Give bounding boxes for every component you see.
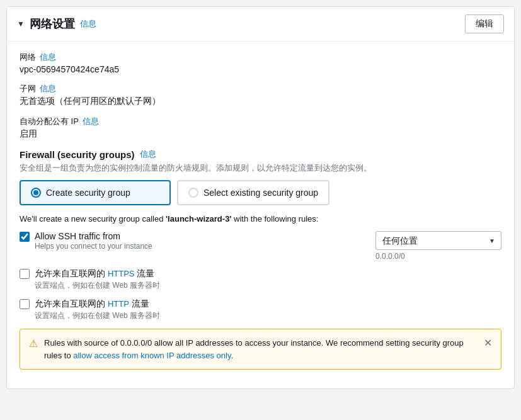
subnet-label-text: 子网 (20, 83, 36, 94)
http-label: 允许来自互联网的 HTTP 流量 (35, 298, 501, 310)
panel-header: ▼ 网络设置 信息 编辑 (7, 7, 514, 42)
ssh-checkbox-row: Allow SSH traffic from Helps you connect… (20, 231, 369, 251)
panel-info-link[interactable]: 信息 (80, 18, 96, 30)
network-label: 网络 信息 (20, 52, 501, 63)
http-rule-row: 允许来自互联网的 HTTP 流量 设置端点，例如在创建 Web 服务器时 (20, 298, 501, 321)
edit-button[interactable]: 编辑 (465, 14, 504, 33)
security-group-radio-group: Create security group Select existing se… (20, 180, 501, 205)
subnet-value: 无首选项（任何可用区的默认子网） (20, 96, 501, 107)
warning-link[interactable]: allow access from known IP addresses onl… (73, 351, 231, 360)
ssh-left: Allow SSH traffic from Helps you connect… (20, 231, 369, 258)
firewall-info-link[interactable]: 信息 (140, 149, 156, 160)
http-checkbox[interactable] (20, 299, 30, 309)
ssh-right: 任何位置 0.0.0.0/0 (375, 231, 501, 261)
http-label-prefix: 允许来自互联网的 (35, 298, 108, 309)
warning-banner: ⚠ Rules with source of 0.0.0.0/0 allow a… (20, 329, 501, 370)
http-label-link[interactable]: HTTP (108, 299, 129, 309)
firewall-title-row: Firewall (security groups) 信息 (20, 149, 501, 160)
create-desc-name: 'launch-wizard-3' (166, 214, 231, 224)
create-desc-suffix: with the following rules: (231, 214, 318, 224)
create-description: We'll create a new security group called… (20, 214, 501, 224)
network-settings-panel: ▼ 网络设置 信息 编辑 网络 信息 vpc-05694570424ce74a5… (6, 6, 515, 389)
create-security-group-radio[interactable]: Create security group (20, 180, 171, 205)
panel-body: 网络 信息 vpc-05694570424ce74a5 子网 信息 无首选项（任… (7, 42, 514, 389)
https-rule-row: 允许来自互联网的 HTTPS 流量 设置端点，例如在创建 Web 服务器时 (20, 268, 501, 291)
select-radio-label: Select existing security group (203, 188, 318, 198)
warning-text: Rules with source of 0.0.0.0/0 allow all… (44, 337, 478, 361)
panel-title: 网络设置 (30, 16, 75, 31)
subnet-info-link[interactable]: 信息 (40, 83, 56, 94)
ssh-rule-row: Allow SSH traffic from Helps you connect… (20, 231, 501, 261)
firewall-section: Firewall (security groups) 信息 安全组是一组负责为您… (20, 149, 501, 370)
create-desc-prefix: We'll create a new security group called (20, 214, 166, 224)
https-label-prefix: 允许来自互联网的 (35, 268, 108, 278)
select-security-group-radio[interactable]: Select existing security group (177, 180, 329, 205)
ssh-select-wrapper: 任何位置 (375, 231, 501, 250)
ssh-dropdown-group: 任何位置 0.0.0.0/0 (375, 231, 501, 261)
ssh-label: Allow SSH traffic from (35, 231, 369, 241)
https-sublabel: 设置端点，例如在创建 Web 服务器时 (35, 280, 501, 291)
https-label: 允许来自互联网的 HTTPS 流量 (35, 268, 501, 280)
network-field: 网络 信息 vpc-05694570424ce74a5 (20, 52, 501, 74)
ssh-checkbox[interactable] (20, 232, 30, 242)
panel-title-group: ▼ 网络设置 信息 (17, 16, 96, 31)
https-checkbox[interactable] (20, 269, 30, 279)
https-label-link[interactable]: HTTPS (108, 269, 135, 278)
create-radio-label: Create security group (46, 188, 130, 198)
ssh-content: Allow SSH traffic from Helps you connect… (35, 231, 369, 251)
ssh-dropdown-subtext: 0.0.0.0/0 (375, 252, 501, 261)
http-sublabel: 设置端点，例如在创建 Web 服务器时 (35, 310, 501, 321)
network-label-text: 网络 (20, 52, 36, 63)
public-ip-info-link[interactable]: 信息 (83, 116, 99, 127)
ssh-location-select[interactable]: 任何位置 (375, 231, 501, 250)
https-content: 允许来自互联网的 HTTPS 流量 设置端点，例如在创建 Web 服务器时 (35, 268, 501, 291)
public-ip-field: 自动分配公有 IP 信息 启用 (20, 116, 501, 140)
http-content: 允许来自互联网的 HTTP 流量 设置端点，例如在创建 Web 服务器时 (35, 298, 501, 321)
public-ip-value: 启用 (20, 128, 501, 140)
create-radio-dot (33, 190, 38, 195)
chevron-down-icon: ▼ (17, 20, 25, 28)
http-label-suffix: 流量 (129, 298, 149, 309)
ssh-sublabel: Helps you connect to your instance (35, 242, 369, 251)
warning-icon: ⚠ (29, 338, 38, 349)
subnet-label: 子网 信息 (20, 83, 501, 94)
network-value: vpc-05694570424ce74a5 (20, 64, 501, 74)
subnet-field: 子网 信息 无首选项（任何可用区的默认子网） (20, 83, 501, 107)
firewall-desc: 安全组是一组负责为您的实例控制流量的防火墙规则。添加规则，以允许特定流量到达您的… (20, 162, 501, 174)
create-radio-circle (31, 188, 41, 198)
warning-close-button[interactable]: ✕ (484, 337, 492, 349)
public-ip-label-text: 自动分配公有 IP (20, 116, 79, 127)
public-ip-label: 自动分配公有 IP 信息 (20, 116, 501, 127)
select-radio-circle (188, 188, 198, 198)
firewall-title: Firewall (security groups) (20, 149, 135, 160)
https-label-suffix: 流量 (135, 268, 155, 278)
network-info-link[interactable]: 信息 (40, 52, 56, 63)
